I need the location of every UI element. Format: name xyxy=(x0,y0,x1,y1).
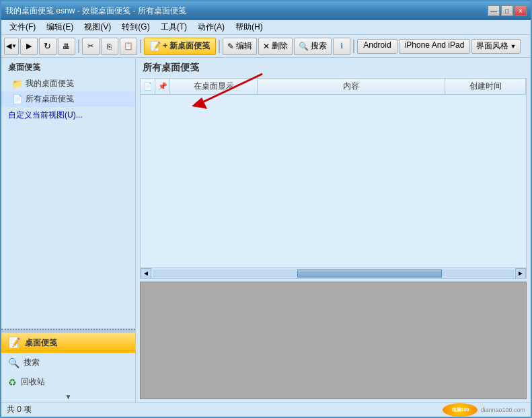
window-controls: — □ × xyxy=(488,5,527,16)
all-notes-label: 所有桌面便笺 xyxy=(26,93,74,105)
scroll-thumb[interactable] xyxy=(297,269,442,278)
sidebar-section-title: 桌面便笺 xyxy=(1,58,135,76)
delete-label: 删除 xyxy=(272,40,288,52)
all-notes-icon: 📄 xyxy=(12,94,23,104)
info-button[interactable]: ℹ xyxy=(333,38,350,55)
menu-file[interactable]: 文件(F) xyxy=(4,20,41,34)
cut-button[interactable]: ✂ xyxy=(82,38,100,55)
notes-table: 📄 📌 在桌面显示 内容 创建时间 ◄ xyxy=(140,78,527,279)
style-button[interactable]: 界面风格 ▼ xyxy=(471,39,521,54)
back-icon: ◀ xyxy=(6,42,11,50)
sidebar-spacer xyxy=(1,124,135,329)
left-arrow-icon: ◄ xyxy=(143,269,149,277)
new-note-button[interactable]: 📝 + 新桌面便笺 xyxy=(144,38,216,55)
preview-panel xyxy=(140,282,527,399)
menu-bar: 文件(F) 编辑(E) 视图(V) 转到(G) 工具(T) 动作(A) 帮助(H… xyxy=(1,20,531,35)
bottom-search-label: 搜索 xyxy=(24,357,40,368)
menu-help[interactable]: 帮助(H) xyxy=(230,20,268,34)
style-label: 界面风格 xyxy=(476,40,508,52)
status-bar: 共 0 项 电脑100 diannao100.com xyxy=(1,402,531,417)
bottom-recycle-label: 回收站 xyxy=(21,376,45,388)
minimize-button[interactable]: — xyxy=(488,5,500,16)
print-button[interactable]: 🖶 xyxy=(58,38,75,55)
close-button[interactable]: × xyxy=(515,5,527,16)
sidebar-bottom: 📝 桌面便笺 🔍 搜索 ♻ 回收站 ▼ xyxy=(1,333,135,402)
scroll-down-icon: ▼ xyxy=(65,393,72,401)
delete-button[interactable]: ✕ 删除 xyxy=(258,38,293,55)
forward-button[interactable]: ▶ xyxy=(20,38,38,55)
new-note-label: + 新桌面便笺 xyxy=(163,40,210,52)
android-label: Android xyxy=(363,40,391,50)
back-button[interactable]: ◀ ▼ xyxy=(4,38,19,55)
refresh-button[interactable]: ↻ xyxy=(39,38,56,55)
iphone-button[interactable]: iPhone And iPad xyxy=(399,39,471,54)
paste-button[interactable]: 📋 xyxy=(120,38,137,55)
edit-icon: ✎ xyxy=(227,42,234,51)
edit-label: 编辑 xyxy=(236,40,252,52)
copy-icon: ⎘ xyxy=(107,42,112,50)
sidebar: 桌面便笺 📁 我的桌面便笺 📄 所有桌面便笺 自定义当前视图(U)... ...… xyxy=(1,58,136,402)
sidebar-bottom-search[interactable]: 🔍 搜索 xyxy=(1,353,135,372)
iphone-label: iPhone And iPad xyxy=(405,40,465,50)
th-doc-icon: 📄 xyxy=(143,82,153,91)
separator2 xyxy=(140,40,141,53)
scroll-right-arrow[interactable]: ► xyxy=(515,268,526,279)
scroll-track[interactable] xyxy=(153,269,514,278)
info-icon: ℹ xyxy=(340,42,343,50)
scroll-left-arrow[interactable]: ◄ xyxy=(141,268,151,279)
watermark-area: 电脑100 diannao100.com xyxy=(443,403,525,417)
separator4 xyxy=(353,40,354,53)
table-body xyxy=(141,95,526,267)
sidebar-bottom-notes[interactable]: 📝 桌面便笺 xyxy=(1,333,135,353)
content-title: 所有桌面便笺 xyxy=(136,58,531,78)
search-toolbar-button[interactable]: 🔍 搜索 xyxy=(294,38,332,55)
main-area: 桌面便笺 📁 我的桌面便笺 📄 所有桌面便笺 自定义当前视图(U)... ...… xyxy=(1,58,531,402)
new-note-icon: 📝 xyxy=(150,41,161,51)
print-icon: 🖶 xyxy=(63,42,70,50)
bottom-notes-label: 桌面便笺 xyxy=(25,337,57,349)
menu-action[interactable]: 动作(A) xyxy=(192,20,230,34)
paste-icon: 📋 xyxy=(124,42,133,50)
maximize-button[interactable]: □ xyxy=(501,5,513,16)
window-title: 我的桌面便笺.esnw - 效能桌面便笺 - 所有桌面便笺 xyxy=(5,5,186,17)
content-panel: 所有桌面便笺 📄 📌 在桌面显示 内容 创建时间 xyxy=(136,58,531,402)
search-toolbar-icon: 🔍 xyxy=(299,42,309,51)
status-text: 共 0 项 xyxy=(7,404,32,415)
android-button[interactable]: Android xyxy=(357,39,397,54)
sidebar-scroll-down[interactable]: ▼ xyxy=(1,392,135,402)
my-notes-icon: 📁 xyxy=(12,79,23,89)
sidebar-item-allnotes[interactable]: 📄 所有桌面便笺 xyxy=(1,91,135,107)
menu-goto[interactable]: 转到(G) xyxy=(116,20,155,34)
bottom-search-icon: 🔍 xyxy=(8,358,20,368)
back-arrow-icon: ▼ xyxy=(11,43,17,49)
search-label: 搜索 xyxy=(311,40,327,52)
watermark-logo: 电脑100 xyxy=(443,403,478,417)
separator3 xyxy=(219,40,220,53)
refresh-icon: ↻ xyxy=(44,41,51,51)
menu-edit[interactable]: 编辑(E) xyxy=(41,20,79,34)
th-icon1: 📄 xyxy=(141,79,155,94)
my-notes-label: 我的桌面便笺 xyxy=(26,78,74,89)
menu-tools[interactable]: 工具(T) xyxy=(155,20,192,34)
main-window: 我的桌面便笺.esnw - 效能桌面便笺 - 所有桌面便笺 — □ × 文件(F… xyxy=(0,0,532,418)
watermark-text: 电脑100 xyxy=(452,407,469,413)
menu-view[interactable]: 视图(V) xyxy=(79,20,116,34)
separator1 xyxy=(78,40,79,53)
right-arrow-icon: ► xyxy=(517,269,524,277)
th-content[interactable]: 内容 xyxy=(258,79,445,94)
copy-button[interactable]: ⎘ xyxy=(101,38,118,55)
bottom-recycle-icon: ♻ xyxy=(8,377,17,388)
customize-label: 自定义当前视图(U)... xyxy=(8,110,83,120)
th-pin-icon: 📌 xyxy=(158,82,167,91)
sidebar-item-mynotes[interactable]: 📁 我的桌面便笺 xyxy=(1,76,135,91)
sidebar-bottom-recycle[interactable]: ♻ 回收站 xyxy=(1,372,135,392)
table-header: 📄 📌 在桌面显示 内容 创建时间 xyxy=(141,79,526,95)
title-bar: 我的桌面便笺.esnw - 效能桌面便笺 - 所有桌面便笺 — □ × xyxy=(1,1,531,20)
style-arrow-icon: ▼ xyxy=(510,43,516,50)
th-display[interactable]: 在桌面显示 xyxy=(170,79,258,94)
sidebar-customize[interactable]: 自定义当前视图(U)... xyxy=(1,107,135,124)
forward-icon: ▶ xyxy=(26,42,32,50)
delete-icon: ✕ xyxy=(263,42,270,51)
edit-button[interactable]: ✎ 编辑 xyxy=(223,38,257,55)
th-time[interactable]: 创建时间 xyxy=(445,79,526,94)
